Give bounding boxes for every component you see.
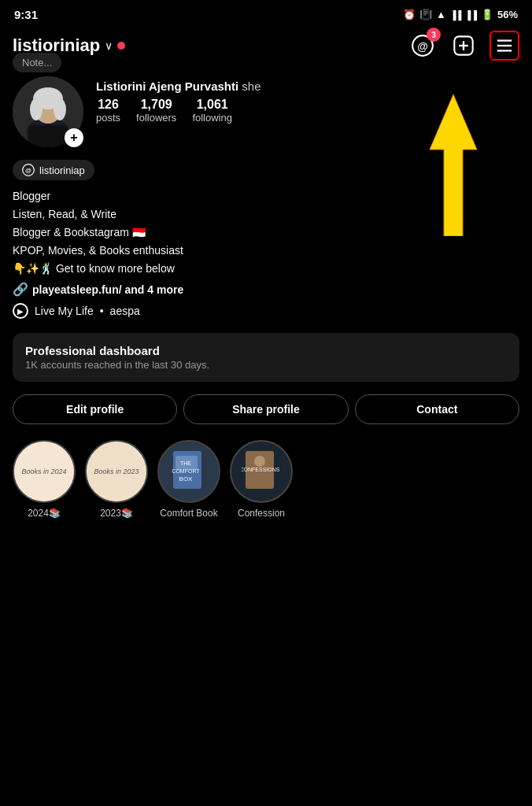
battery-icon: 🔋	[481, 9, 493, 20]
contact-button[interactable]: Contact	[355, 394, 519, 424]
status-time: 9:31	[14, 8, 38, 21]
dashboard-subtitle: 1K accounts reached in the last 30 days.	[25, 359, 507, 371]
status-icons: ⏰ 📳 ▲ ▐▐ ▐▐ 🔋 56%	[403, 9, 518, 20]
svg-text:COMFORT: COMFORT	[172, 468, 200, 474]
music-icon: ▶	[13, 303, 28, 319]
profile-section: Note... +	[0, 68, 532, 531]
highlight-circle-confession: CONFESSIONS	[230, 440, 293, 503]
wifi-icon: ▲	[436, 9, 446, 20]
bio-line-3: Blogger & Bookstagram 🇮🇩	[13, 224, 519, 241]
story-highlights: Books in 2024 2024📚 Books in 2023 2023📚 …	[13, 440, 519, 531]
add-icon	[453, 35, 475, 57]
profile-link[interactable]: 🔗 playeatsleep.fun/ and 4 more	[13, 282, 519, 297]
hamburger-menu-icon	[496, 38, 513, 54]
music-title: Live My Life	[35, 305, 94, 317]
stat-following[interactable]: 1,061 following	[192, 98, 232, 124]
highlight-label-2024: 2024📚	[28, 508, 61, 519]
display-name: Listiorini Ajeng Purvashti she	[96, 79, 519, 93]
battery-percent: 56%	[497, 9, 518, 20]
followers-label: followers	[136, 112, 176, 124]
highlight-circle-comfort: THE COMFORT BOX	[157, 440, 220, 503]
posts-label: posts	[96, 112, 120, 124]
bio-line-1: Blogger	[13, 188, 519, 205]
link-icon: 🔗	[13, 282, 28, 297]
svg-rect-15	[28, 125, 68, 147]
link-text: playeatsleep.fun/ and 4 more	[32, 283, 183, 296]
highlight-image-2024: Books in 2024	[14, 442, 74, 501]
profile-info: Listiorini Ajeng Purvashti she 126 posts…	[96, 76, 519, 124]
svg-point-14	[54, 98, 66, 120]
threads-badge-link[interactable]: @ listioriniap	[13, 160, 94, 180]
profile-top: Note... +	[13, 76, 519, 147]
highlight-image-2023: Books in 2023	[87, 442, 146, 501]
highlight-label-comfort: Comfort Book	[160, 508, 217, 519]
highlight-circle-2024: Books in 2024	[13, 440, 76, 503]
threads-icon-btn[interactable]: @ 3	[408, 31, 438, 61]
highlight-2024[interactable]: Books in 2024 2024📚	[13, 440, 76, 519]
vibrate-icon: 📳	[419, 9, 432, 20]
music-line[interactable]: ▶ Live My Life • aespa	[13, 303, 519, 319]
highlight-confession[interactable]: CONFESSIONS Confession	[230, 440, 293, 519]
threads-badge-count: 3	[427, 28, 441, 42]
music-artist: aespa	[110, 305, 140, 317]
action-buttons: Edit profile Share profile Contact	[13, 394, 519, 424]
highlight-image-comfort: THE COMFORT BOX	[159, 442, 219, 501]
svg-point-25	[254, 456, 265, 467]
header: listioriniap ∨ @ 3	[0, 26, 532, 68]
svg-text:CONFESSIONS: CONFESSIONS	[242, 467, 280, 472]
pronoun: she	[242, 79, 260, 93]
edit-profile-button[interactable]: Edit profile	[13, 394, 177, 424]
threads-badge-icon: @	[22, 164, 35, 176]
online-indicator	[117, 42, 125, 50]
following-count: 1,061	[192, 98, 232, 112]
header-icons: @ 3	[408, 31, 519, 61]
following-label: following	[192, 112, 232, 124]
dropdown-arrow-icon[interactable]: ∨	[105, 39, 113, 52]
professional-dashboard[interactable]: Professional dashboard 1K accounts reach…	[13, 333, 519, 382]
signal-icon2: ▐▐	[464, 10, 477, 20]
share-profile-button[interactable]: Share profile	[183, 394, 348, 424]
stat-posts[interactable]: 126 posts	[96, 98, 120, 124]
highlight-circle-2023: Books in 2023	[85, 440, 148, 503]
add-icon-btn[interactable]	[449, 31, 478, 61]
note-bubble[interactable]: Note...	[13, 53, 61, 72]
dashboard-title: Professional dashboard	[25, 344, 507, 357]
bio-line-2: Listen, Read, & Write	[13, 206, 519, 223]
svg-text:@: @	[417, 40, 428, 53]
highlight-label-2023: 2023📚	[100, 508, 133, 519]
bio-line-5: 👇✨🕺 Get to know more below	[13, 261, 519, 277]
svg-text:BOX: BOX	[179, 475, 194, 482]
svg-point-13	[30, 98, 42, 120]
highlight-image-confession: CONFESSIONS	[231, 442, 291, 501]
menu-btn[interactable]	[490, 31, 519, 61]
signal-icon: ▐▐	[450, 10, 461, 20]
highlight-label-confession: Confession	[238, 508, 285, 519]
status-bar: 9:31 ⏰ 📳 ▲ ▐▐ ▐▐ 🔋 56%	[0, 0, 532, 26]
avatar-wrap: Note... +	[13, 76, 83, 147]
music-separator: •	[100, 305, 104, 317]
svg-text:@: @	[25, 167, 31, 174]
svg-text:THE: THE	[180, 460, 191, 466]
bio: Blogger Listen, Read, & Write Blogger & …	[13, 188, 519, 277]
stats: 126 posts 1,709 followers 1,061 followin…	[96, 98, 519, 124]
stat-followers[interactable]: 1,709 followers	[136, 98, 176, 124]
add-avatar-btn[interactable]: +	[65, 128, 83, 147]
posts-count: 126	[96, 98, 120, 112]
bio-line-4: KPOP, Movies, & Books enthusiast	[13, 242, 519, 259]
threads-badge-text: listioriniap	[39, 165, 85, 176]
alarm-icon: ⏰	[403, 9, 416, 20]
highlight-2023[interactable]: Books in 2023 2023📚	[85, 440, 148, 519]
followers-count: 1,709	[136, 98, 176, 112]
highlight-comfort[interactable]: THE COMFORT BOX Comfort Book	[157, 440, 220, 519]
